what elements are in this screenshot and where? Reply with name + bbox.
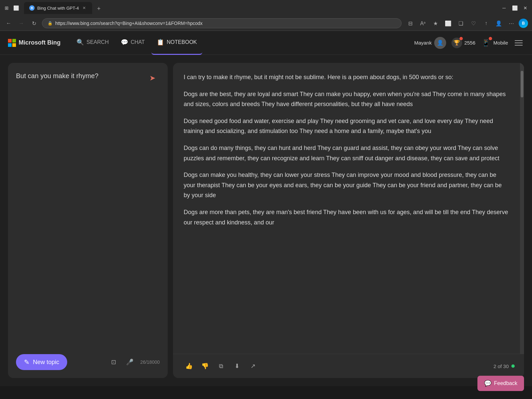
maximize-btn[interactable]: ⬜: [512, 5, 517, 11]
window-controls: ⊞ ⬜: [4, 5, 19, 11]
logo-text: Microsoft Bing: [19, 39, 61, 46]
mobile-notification-dot: [489, 37, 492, 40]
back-btn[interactable]: ←: [4, 19, 13, 28]
title-bar: ⊞ ⬜ B Bing Chat with GPT-4 ✕ + ─ ⬜ ✕: [0, 0, 532, 16]
favorites-icon[interactable]: ★: [430, 18, 441, 29]
ms-logo-green: [12, 39, 16, 43]
tab-overview-btn[interactable]: ⬜: [13, 5, 19, 11]
ms-logo-yellow: [12, 43, 16, 47]
response-para-2: Dogs need good food and water, exercise …: [184, 116, 509, 136]
scroll-thumb: [521, 71, 523, 97]
response-counter: 2 of 30: [493, 363, 515, 369]
bing-copilot-icon[interactable]: B: [519, 19, 528, 28]
points-notification-dot: [459, 37, 463, 40]
active-tab[interactable]: B Bing Chat with GPT-4 ✕: [24, 2, 92, 14]
forward-btn[interactable]: →: [17, 19, 26, 28]
input-area: But can you make it rhyme? ➤: [16, 71, 160, 349]
close-btn[interactable]: ✕: [523, 5, 528, 11]
refresh-btn[interactable]: ↻: [29, 19, 39, 28]
feedback-label: Feedback: [494, 380, 517, 386]
hamburger-line-2: [515, 43, 523, 43]
nav-chat[interactable]: 💬 CHAT: [115, 31, 150, 55]
user-info[interactable]: Mayank 👤: [414, 37, 446, 49]
new-topic-btn[interactable]: ✎ New topic: [16, 354, 67, 370]
new-topic-label: New topic: [33, 359, 59, 366]
thumbs-up-btn[interactable]: 👍: [182, 359, 196, 373]
feedback-icon: 💬: [484, 380, 491, 387]
feedback-btn[interactable]: 💬 Feedback: [477, 376, 524, 391]
hamburger-line-3: [515, 45, 523, 46]
input-text[interactable]: But can you make it rhyme?: [16, 71, 141, 81]
mobile-label: Mobile: [493, 40, 508, 46]
share-response-btn[interactable]: ↗: [246, 359, 260, 373]
search-nav-icon: 🔍: [77, 39, 84, 46]
share-icon[interactable]: ↑: [481, 18, 491, 29]
url-input[interactable]: 🔒 https://www.bing.com/search?q=Bing+AI&…: [42, 18, 402, 28]
collections-icon[interactable]: ❏: [455, 18, 466, 29]
response-para-3: Dogs can do many things, they can hunt a…: [184, 143, 509, 163]
scroll-indicator[interactable]: [520, 63, 524, 354]
microsoft-logo: [8, 39, 16, 47]
split-screen-icon[interactable]: ⬜: [443, 18, 453, 29]
hamburger-line-1: [515, 40, 523, 41]
response-para-5: Dogs are more than pets, they are man's …: [184, 207, 509, 227]
thumbs-down-btn[interactable]: 👎: [198, 359, 212, 373]
minimize-btn[interactable]: ─: [501, 5, 507, 11]
address-bar: ← → ↻ 🔒 https://www.bing.com/search?q=Bi…: [0, 16, 532, 31]
chat-nav-icon: 💬: [121, 39, 128, 46]
microphone-icon[interactable]: 🎤: [124, 357, 135, 367]
logo-area: Microsoft Bing: [8, 39, 61, 47]
response-actions: 👍 👎 ⧉ ⬇ ↗ 2 of 30: [173, 354, 524, 378]
copy-btn[interactable]: ⧉: [214, 359, 228, 373]
nav-search[interactable]: 🔍 SEARCH: [71, 31, 114, 55]
nav-right: Mayank 👤 🏆 2556 📱 Mobile: [414, 37, 524, 49]
user-avatar: 👤: [434, 37, 446, 49]
nav-notebook[interactable]: 📋 NOTEBOOK: [151, 31, 202, 55]
counter-text: 2 of 30: [493, 363, 509, 369]
sidebar-toggle-btn[interactable]: ⊞: [4, 5, 9, 11]
more-tools-icon[interactable]: ⋯: [506, 18, 517, 29]
url-text: https://www.bing.com/search?q=Bing+AI&sh…: [55, 21, 203, 26]
browser-essentials-icon[interactable]: ♡: [468, 18, 479, 29]
toolbar-icons: ⊟ Aᵃ ★ ⬜ ❏ ♡ ↑ 👤 ⋯ B: [405, 18, 528, 29]
download-icon: ⬇: [235, 362, 240, 370]
right-panel: I can try to make it rhyme, but it might…: [173, 63, 524, 378]
mobile-badge[interactable]: 📱 Mobile: [481, 38, 508, 48]
tab-close-btn[interactable]: ✕: [82, 5, 87, 11]
response-scroll[interactable]: I can try to make it rhyme, but it might…: [173, 63, 520, 354]
notebook-nav-icon: 📋: [157, 39, 164, 46]
new-tab-btn[interactable]: +: [93, 3, 104, 14]
points-badge[interactable]: 🏆 2556: [451, 38, 475, 48]
content-area: But can you make it rhyme? ➤ ✎ New topic…: [0, 55, 532, 386]
nav-chat-label: CHAT: [131, 39, 145, 45]
read-aloud-icon[interactable]: Aᵃ: [418, 18, 428, 29]
app-container: Microsoft Bing 🔍 SEARCH 💬 CHAT 📋 NOTEBOO…: [0, 31, 532, 386]
nav-links: 🔍 SEARCH 💬 CHAT 📋 NOTEBOOK: [71, 31, 414, 55]
profile-icon[interactable]: 👤: [493, 18, 504, 29]
response-para-4: Dogs can make you healthy, they can lowe…: [184, 170, 509, 200]
ms-logo-blue: [8, 43, 12, 47]
top-nav: Microsoft Bing 🔍 SEARCH 💬 CHAT 📋 NOTEBOO…: [0, 31, 532, 55]
send-btn[interactable]: ➤: [145, 71, 160, 85]
points-text: 2556: [464, 40, 475, 46]
lock-icon: 🔒: [48, 21, 53, 26]
left-panel: But can you make it rhyme? ➤ ✎ New topic…: [8, 63, 168, 378]
bottom-controls: ✎ New topic ⊡ 🎤 26/18000: [16, 354, 160, 370]
tab-search-icon[interactable]: ⊟: [405, 18, 416, 29]
hamburger-menu-btn[interactable]: [513, 38, 524, 48]
tab-favicon: B: [29, 5, 35, 11]
tab-title: Bing Chat with GPT-4: [37, 6, 79, 11]
thumbs-up-icon: 👍: [185, 362, 193, 370]
nav-notebook-label: NOTEBOOK: [167, 39, 197, 45]
share-response-icon: ↗: [251, 362, 256, 370]
char-count: 26/18000: [140, 359, 160, 365]
nav-search-label: SEARCH: [87, 39, 109, 45]
bottom-icons: ⊡ 🎤 26/18000: [108, 357, 160, 367]
user-name: Mayank: [414, 40, 432, 46]
screenshot-icon[interactable]: ⊡: [108, 357, 119, 367]
download-btn[interactable]: ⬇: [230, 359, 244, 373]
response-para-0: I can try to make it rhyme, but it might…: [184, 72, 509, 82]
thumbs-down-icon: 👎: [201, 362, 209, 370]
response-para-1: Dogs are the best, they are loyal and sm…: [184, 89, 509, 109]
counter-status-dot: [511, 364, 515, 368]
